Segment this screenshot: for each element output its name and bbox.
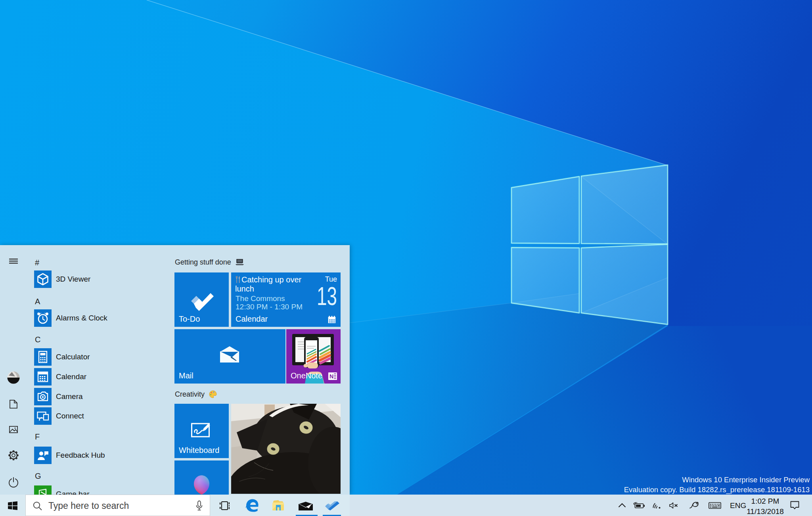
svg-text:N: N xyxy=(329,373,333,380)
